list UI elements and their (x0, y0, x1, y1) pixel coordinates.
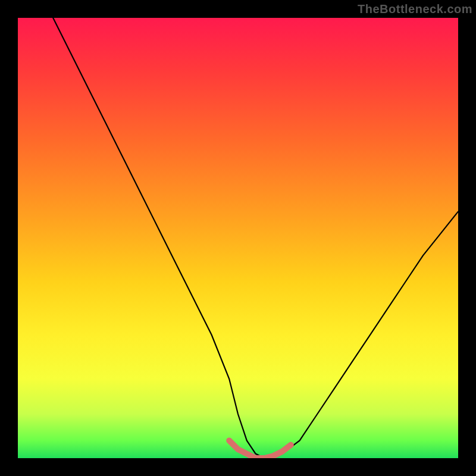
plot-area (18, 18, 458, 458)
bottleneck-curve (53, 18, 458, 458)
optimal-band (229, 440, 291, 458)
chart-frame: TheBottleneck.com (0, 0, 476, 476)
curve-svg (18, 18, 458, 458)
watermark-text: TheBottleneck.com (358, 2, 472, 16)
